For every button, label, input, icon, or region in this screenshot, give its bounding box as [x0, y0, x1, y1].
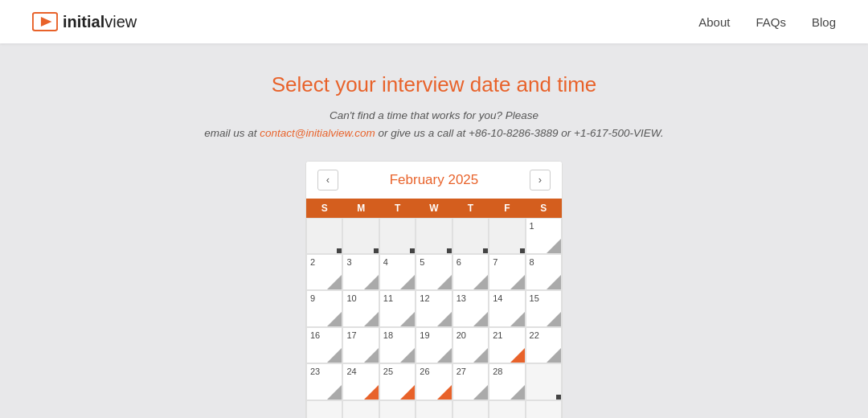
calendar-day-10[interactable]: 10: [342, 290, 379, 326]
calendar-empty-cell: [526, 400, 562, 418]
calendar-day-3[interactable]: 3: [342, 254, 379, 290]
calendar-day-11[interactable]: 11: [379, 290, 416, 326]
nav-blog[interactable]: Blog: [812, 15, 836, 29]
calendar-day-4[interactable]: 4: [379, 254, 416, 290]
calendar-day-26[interactable]: 26: [416, 363, 452, 400]
calendar-empty-cell: [489, 400, 525, 418]
calendar-day-14[interactable]: 14: [489, 290, 525, 326]
calendar-month-title: February 2025: [390, 172, 479, 188]
calendar-empty-cell: [452, 218, 489, 254]
calendar-day-6[interactable]: 6: [452, 254, 489, 290]
calendar-day-5[interactable]: 5: [416, 254, 452, 290]
calendar-day-19[interactable]: 19: [416, 327, 452, 363]
calendar-day-24[interactable]: 24: [342, 363, 379, 400]
calendar-day-12[interactable]: 12: [416, 290, 452, 326]
calendar-day-9[interactable]: 9: [306, 290, 342, 326]
contact-email[interactable]: contact@initialview.com: [260, 127, 375, 139]
calendar-day-16[interactable]: 16: [306, 327, 342, 363]
day-header-t: T: [379, 199, 416, 218]
calendar-day-7[interactable]: 7: [489, 254, 525, 290]
calendar-header: ‹ February 2025 ›: [306, 162, 562, 199]
calendar-empty-cell: [342, 400, 379, 418]
calendar-days-header: SMTWTFS: [306, 199, 562, 218]
calendar-day-23[interactable]: 23: [306, 363, 342, 400]
main-nav: About FAQs Blog: [698, 15, 836, 29]
logo-text: initialview: [63, 13, 137, 31]
prev-month-button[interactable]: ‹: [317, 170, 338, 191]
day-header-s: S: [526, 199, 562, 218]
calendar-empty-cell: [416, 400, 452, 418]
day-header-s: S: [306, 199, 342, 218]
day-header-f: F: [489, 199, 525, 218]
day-header-t: T: [452, 199, 489, 218]
svg-marker-1: [41, 17, 51, 27]
calendar-day-21[interactable]: 21: [489, 327, 525, 363]
calendar-empty-cell: [379, 400, 416, 418]
logo-icon: [32, 12, 58, 31]
calendar-day-22[interactable]: 22: [526, 327, 562, 363]
calendar-day-20[interactable]: 20: [452, 327, 489, 363]
calendar-empty-cell: [416, 218, 452, 254]
calendar-empty-cell: [306, 400, 342, 418]
day-header-m: M: [342, 199, 379, 218]
calendar-day-2[interactable]: 2: [306, 254, 342, 290]
calendar-empty-cell: [342, 218, 379, 254]
calendar-day-8[interactable]: 8: [526, 254, 562, 290]
day-header-w: W: [416, 199, 452, 218]
calendar-day-15[interactable]: 15: [526, 290, 562, 326]
calendar-empty-cell: [452, 400, 489, 418]
nav-about[interactable]: About: [698, 15, 730, 29]
calendar-day-28[interactable]: 28: [489, 363, 525, 400]
calendar-empty-cell: [526, 363, 562, 400]
calendar-empty-cell: [379, 218, 416, 254]
logo[interactable]: initialview: [32, 12, 137, 31]
calendar-empty-cell: [489, 218, 525, 254]
calendar-day-27[interactable]: 27: [452, 363, 489, 400]
calendar-day-25[interactable]: 25: [379, 363, 416, 400]
calendar-day-18[interactable]: 18: [379, 327, 416, 363]
calendar-day-17[interactable]: 17: [342, 327, 379, 363]
nav-faqs[interactable]: FAQs: [755, 15, 786, 29]
calendar-empty-cell: [306, 218, 342, 254]
subtitle: Can't find a time that works for you? Pl…: [204, 107, 664, 143]
calendar-day-13[interactable]: 13: [452, 290, 489, 326]
page-title: Select your interview date and time: [272, 72, 597, 97]
next-month-button[interactable]: ›: [530, 170, 551, 191]
calendar-grid: 1234567891011121314151617181920212223242…: [306, 218, 562, 418]
calendar: ‹ February 2025 › SMTWTFS 12345678910111…: [305, 161, 563, 418]
calendar-day-1[interactable]: 1: [526, 218, 562, 254]
